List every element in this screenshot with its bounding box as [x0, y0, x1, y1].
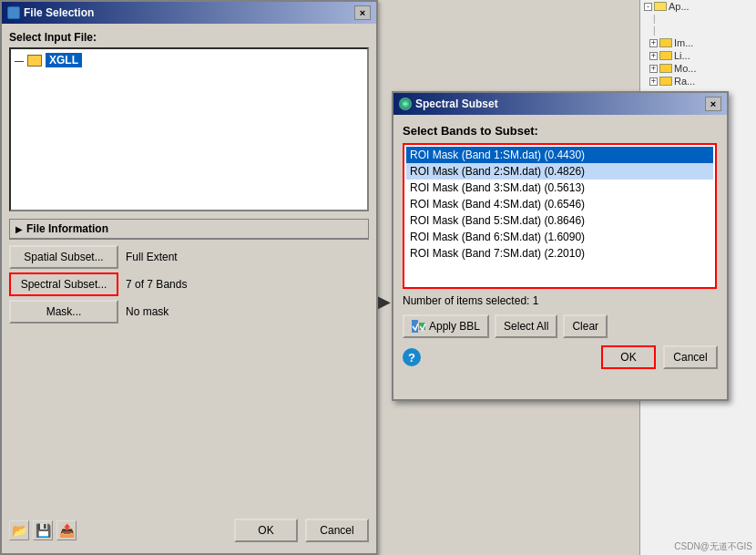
- file-item: — XGLL: [15, 53, 363, 67]
- band-item-5[interactable]: ROI Mask (Band 5:SM.dat) (0.8646): [406, 212, 713, 229]
- plus-icon: +: [649, 77, 658, 86]
- close-button[interactable]: ×: [354, 5, 371, 20]
- collapse-arrow: ▶: [15, 224, 23, 234]
- spectral-dialog-title: Spectral Subset: [415, 98, 498, 110]
- footer-icons: 📂 💾 📤: [9, 520, 77, 540]
- band-item-6[interactable]: ROI Mask (Band 6:SM.dat) (1.6090): [406, 229, 713, 245]
- spectral-subset-dialog: Spectral Subset × Select Bands to Subset…: [392, 91, 729, 401]
- file-info-label: File Information: [26, 222, 108, 235]
- file-list-box[interactable]: — XGLL: [9, 47, 369, 211]
- dialog-icon: [7, 6, 20, 19]
- help-icon[interactable]: ?: [403, 348, 421, 366]
- watermark-text: CSDN@无道不GIS: [674, 540, 752, 553]
- of-text: of: [135, 278, 144, 291]
- plus-icon: +: [649, 52, 658, 60]
- tree-label-im: Im...: [674, 37, 693, 48]
- folder-icon: [659, 51, 672, 60]
- spectral-section-label: Select Bands to Subset:: [403, 124, 718, 138]
- spectral-cancel-button[interactable]: Cancel: [663, 345, 718, 369]
- spatial-value: Full Extent: [122, 251, 178, 263]
- spatial-subset-row: Spatial Subset... Full Extent: [9, 245, 369, 269]
- tree-row-im: + Im...: [640, 36, 756, 49]
- dialog-arrow: ▶: [378, 292, 391, 312]
- cancel-button[interactable]: Cancel: [305, 519, 369, 542]
- spectral-ok-button[interactable]: OK: [601, 345, 656, 369]
- band-item-3[interactable]: ROI Mask (Band 3:SM.dat) (0.5613): [406, 180, 713, 196]
- folder-icon: [659, 38, 672, 47]
- export-icon[interactable]: 📤: [56, 520, 77, 540]
- dialog-body: Select Input File: — XGLL ▶ File Informa…: [2, 24, 376, 334]
- num-selected-text: Number of items selected: 1: [403, 294, 718, 307]
- select-all-button[interactable]: Select All: [495, 314, 557, 338]
- spectral-action-row: Apply BBL Select All Clear: [403, 314, 718, 338]
- spectral-body: Select Bands to Subset: ROI Mask (Band 1…: [393, 115, 727, 378]
- titlebar-left: File Selection: [7, 6, 94, 19]
- band-list-box[interactable]: ROI Mask (Band 1:SM.dat) (0.4430) ROI Ma…: [403, 143, 717, 289]
- save-icon[interactable]: 💾: [33, 520, 53, 540]
- minus-icon: -: [644, 3, 652, 11]
- file-info-section: ▶ File Information: [9, 219, 369, 240]
- clear-button[interactable]: Clear: [563, 314, 608, 338]
- tree-row-li: + Li...: [640, 49, 756, 62]
- folder-icon: [654, 2, 667, 11]
- subset-section: Spatial Subset... Full Extent Spectral S…: [9, 245, 369, 324]
- tree-label-ra: Ra...: [674, 76, 695, 87]
- spectral-titlebar: Spectral Subset ×: [393, 93, 727, 115]
- apply-bbl-button[interactable]: Apply BBL: [403, 314, 489, 338]
- folder-icon: [659, 64, 672, 73]
- apply-bbl-label: Apply BBL: [429, 320, 480, 333]
- mask-row: Mask... No mask: [9, 300, 369, 324]
- spectral-subset-row: Spectral Subset... 7 of 7 Bands: [9, 272, 369, 296]
- spectral-value: 7 of 7 Bands: [122, 278, 187, 291]
- folder-icon: [659, 77, 672, 86]
- spatial-subset-button[interactable]: Spatial Subset...: [9, 245, 118, 269]
- file-selection-titlebar: File Selection ×: [2, 2, 376, 24]
- tree-label: Ap...: [669, 1, 690, 12]
- mask-value: No mask: [122, 305, 169, 318]
- plus-icon: +: [649, 65, 658, 73]
- band-item-7[interactable]: ROI Mask (Band 7:SM.dat) (2.2010): [406, 245, 713, 262]
- tree-label-li: Li...: [674, 50, 690, 61]
- band-item-1[interactable]: ROI Mask (Band 1:SM.dat) (0.4430): [406, 147, 713, 163]
- tree-row-ra: + Ra...: [640, 75, 756, 87]
- band-item-4[interactable]: ROI Mask (Band 4:SM.dat) (0.6546): [406, 196, 713, 212]
- file-selection-dialog: File Selection × Select Input File: — XG…: [0, 0, 378, 555]
- tree-label-mo: Mo...: [674, 63, 696, 74]
- expand-icon: —: [15, 56, 24, 66]
- ok-button[interactable]: OK: [234, 519, 298, 542]
- open-folder-icon[interactable]: 📂: [9, 520, 29, 540]
- file-name[interactable]: XGLL: [46, 53, 82, 67]
- folder-icon: [27, 55, 42, 67]
- plus-icon: +: [649, 39, 658, 47]
- spectral-subset-button[interactable]: Spectral Subset...: [9, 272, 118, 296]
- spectral-dialog-icon: [399, 98, 412, 110]
- tree-row-1: |: [640, 13, 756, 25]
- select-label: Select Input File:: [9, 31, 369, 44]
- mask-button[interactable]: Mask...: [9, 300, 118, 324]
- dialog-title: File Selection: [24, 6, 94, 19]
- spectral-footer: ? OK Cancel: [403, 345, 718, 369]
- file-info-header[interactable]: ▶ File Information: [10, 220, 368, 239]
- spectral-title-left: Spectral Subset: [399, 98, 498, 110]
- band-item-2[interactable]: ROI Mask (Band 2:SM.dat) (0.4826): [406, 163, 713, 180]
- dialog-footer: 📂 💾 📤 OK Cancel: [2, 515, 376, 546]
- tree-row-2: |: [640, 25, 756, 36]
- tree-row-mo: + Mo...: [640, 62, 756, 75]
- spectral-close-button[interactable]: ×: [705, 97, 721, 111]
- tree-row-app: - Ap...: [640, 0, 756, 13]
